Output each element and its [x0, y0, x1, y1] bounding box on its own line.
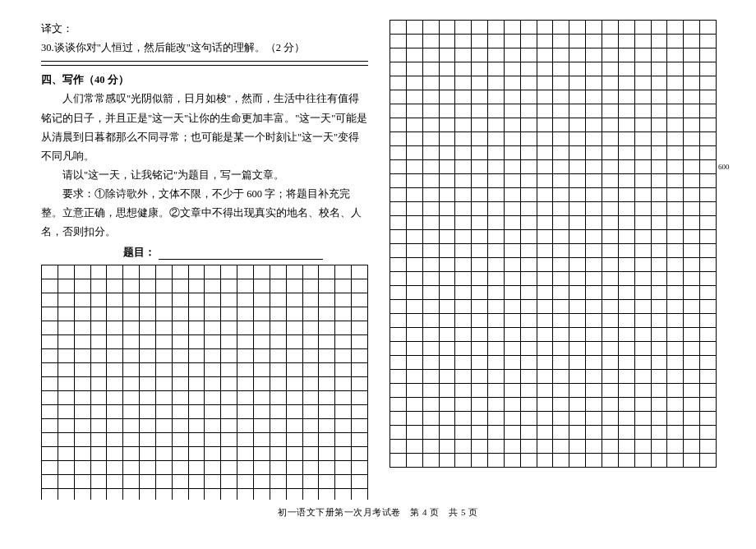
grid-cell[interactable]: [422, 300, 439, 314]
grid-cell[interactable]: [684, 272, 700, 286]
grid-cell[interactable]: [520, 202, 537, 216]
grid-cell[interactable]: [553, 412, 569, 426]
grid-cell[interactable]: [488, 160, 505, 174]
grid-cell[interactable]: [684, 454, 700, 468]
grid-cell[interactable]: [634, 440, 651, 454]
grid-cell[interactable]: [569, 272, 586, 286]
grid-cell[interactable]: [42, 363, 58, 377]
grid-cell[interactable]: [188, 447, 205, 461]
grid-cell[interactable]: [319, 349, 335, 363]
grid-cell[interactable]: [618, 35, 634, 48]
grid-cell[interactable]: [390, 272, 407, 286]
grid-cell[interactable]: [520, 21, 537, 35]
grid-cell[interactable]: [667, 412, 684, 426]
grid-cell[interactable]: [352, 293, 368, 307]
grid-cell[interactable]: [455, 35, 472, 48]
grid-cell[interactable]: [422, 398, 439, 412]
grid-cell[interactable]: [270, 321, 286, 335]
grid-cell[interactable]: [155, 461, 172, 475]
grid-cell[interactable]: [390, 244, 407, 258]
grid-cell[interactable]: [439, 300, 455, 314]
grid-cell[interactable]: [553, 426, 569, 440]
grid-cell[interactable]: [651, 160, 667, 174]
grid-cell[interactable]: [319, 321, 335, 335]
grid-cell[interactable]: [205, 265, 221, 279]
grid-cell[interactable]: [667, 230, 684, 244]
grid-cell[interactable]: [221, 447, 237, 461]
grid-cell[interactable]: [537, 216, 553, 230]
grid-cell[interactable]: [140, 405, 156, 419]
grid-cell[interactable]: [667, 174, 684, 188]
grid-cell[interactable]: [651, 118, 667, 132]
grid-cell[interactable]: [553, 370, 569, 384]
grid-cell[interactable]: [74, 279, 90, 293]
grid-cell[interactable]: [90, 265, 107, 279]
grid-cell[interactable]: [569, 314, 586, 328]
grid-cell[interactable]: [439, 76, 455, 90]
grid-cell[interactable]: [586, 62, 602, 76]
grid-cell[interactable]: [302, 293, 319, 307]
grid-cell[interactable]: [618, 118, 634, 132]
grid-cell[interactable]: [42, 293, 58, 307]
grid-cell[interactable]: [253, 391, 270, 405]
grid-cell[interactable]: [319, 475, 335, 489]
grid-cell[interactable]: [634, 48, 651, 62]
grid-cell[interactable]: [253, 349, 270, 363]
grid-cell[interactable]: [390, 90, 407, 104]
grid-cell[interactable]: [537, 384, 553, 398]
grid-cell[interactable]: [684, 62, 700, 76]
grid-cell[interactable]: [634, 90, 651, 104]
grid-cell[interactable]: [569, 48, 586, 62]
grid-cell[interactable]: [602, 258, 618, 272]
grid-cell[interactable]: [700, 398, 717, 412]
grid-cell[interactable]: [586, 258, 602, 272]
grid-cell[interactable]: [74, 433, 90, 447]
grid-cell[interactable]: [155, 447, 172, 461]
grid-cell[interactable]: [253, 321, 270, 335]
grid-cell[interactable]: [472, 244, 488, 258]
grid-cell[interactable]: [472, 314, 488, 328]
grid-cell[interactable]: [422, 272, 439, 286]
grid-cell[interactable]: [667, 342, 684, 356]
grid-cell[interactable]: [107, 363, 123, 377]
grid-cell[interactable]: [335, 447, 352, 461]
grid-cell[interactable]: [586, 412, 602, 426]
grid-cell[interactable]: [602, 286, 618, 300]
grid-cell[interactable]: [537, 398, 553, 412]
grid-cell[interactable]: [319, 447, 335, 461]
grid-cell[interactable]: [90, 321, 107, 335]
grid-cell[interactable]: [488, 286, 505, 300]
grid-cell[interactable]: [634, 104, 651, 118]
grid-cell[interactable]: [553, 90, 569, 104]
grid-cell[interactable]: [286, 461, 302, 475]
grid-cell[interactable]: [488, 300, 505, 314]
grid-cell[interactable]: [455, 202, 472, 216]
grid-cell[interactable]: [439, 258, 455, 272]
grid-cell[interactable]: [504, 342, 520, 356]
grid-cell[interactable]: [488, 314, 505, 328]
grid-cell[interactable]: [667, 62, 684, 76]
grid-cell[interactable]: [520, 230, 537, 244]
grid-cell[interactable]: [651, 21, 667, 35]
grid-cell[interactable]: [684, 216, 700, 230]
grid-cell[interactable]: [439, 118, 455, 132]
grid-cell[interactable]: [406, 454, 422, 468]
grid-cell[interactable]: [700, 160, 717, 174]
grid-cell[interactable]: [221, 419, 237, 433]
grid-cell[interactable]: [634, 286, 651, 300]
grid-cell[interactable]: [439, 35, 455, 48]
grid-cell[interactable]: [472, 440, 488, 454]
grid-cell[interactable]: [553, 62, 569, 76]
grid-cell[interactable]: [406, 314, 422, 328]
grid-cell[interactable]: [504, 216, 520, 230]
grid-cell[interactable]: [406, 90, 422, 104]
grid-cell[interactable]: [237, 363, 254, 377]
grid-cell[interactable]: [504, 328, 520, 342]
grid-cell[interactable]: [422, 160, 439, 174]
grid-cell[interactable]: [406, 174, 422, 188]
grid-cell[interactable]: [335, 335, 352, 349]
grid-cell[interactable]: [422, 454, 439, 468]
grid-cell[interactable]: [221, 321, 237, 335]
grid-cell[interactable]: [455, 356, 472, 370]
grid-cell[interactable]: [205, 307, 221, 321]
